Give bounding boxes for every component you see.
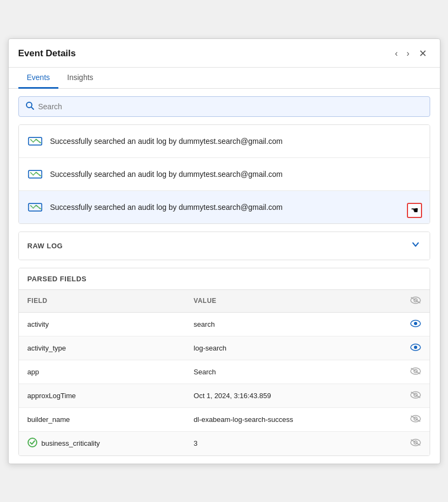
eye-cell[interactable]	[402, 384, 430, 407]
event-item[interactable]: Successfully searched an audit log by du…	[19, 125, 430, 158]
col-field: FIELD	[19, 290, 185, 313]
special-field-row: business_criticality	[28, 438, 177, 450]
raw-log-title: RAW LOG	[28, 242, 63, 250]
tab-bar: Events Insights	[9, 68, 440, 89]
header-nav: ‹ › ✕	[392, 47, 430, 67]
table-row: builder_name dl-exabeam-log-search-succe…	[19, 407, 430, 431]
svg-point-12	[414, 322, 417, 325]
eye-on-icon[interactable]	[410, 342, 421, 353]
panel-body: Successfully searched an audit log by du…	[9, 89, 440, 464]
tab-events[interactable]: Events	[18, 68, 59, 89]
event-text: Successfully searched an audit log by du…	[50, 137, 283, 146]
raw-log-section: RAW LOG	[18, 232, 430, 260]
table-row: activity_type log-search	[19, 336, 430, 360]
event-item[interactable]: Successfully searched an audit log by du…	[19, 158, 430, 191]
eye-on-icon[interactable]	[410, 319, 421, 329]
cursor-indicator: ☚	[407, 203, 422, 218]
next-button[interactable]: ›	[404, 48, 412, 60]
field-value: Search	[185, 360, 401, 384]
eye-cell[interactable]	[402, 312, 430, 336]
prev-button[interactable]: ‹	[392, 48, 400, 60]
field-name: approxLogTime	[19, 384, 185, 407]
field-value: Oct 1, 2024, 3:16:43.859	[185, 384, 401, 407]
field-value: search	[185, 312, 401, 336]
svg-point-24	[28, 438, 37, 447]
eye-cell[interactable]	[402, 360, 430, 384]
raw-log-header[interactable]: RAW LOG	[19, 232, 430, 260]
field-name-text: business_criticality	[42, 439, 100, 447]
eye-off-icon[interactable]	[410, 414, 421, 425]
fields-table: FIELD VALUE	[19, 290, 430, 455]
panel-title: Event Details	[18, 48, 76, 65]
search-bar[interactable]	[18, 96, 430, 117]
svg-line-1	[31, 107, 34, 109]
search-icon	[25, 101, 34, 112]
parsed-fields-title: PARSED FIELDS	[19, 268, 430, 290]
field-name: builder_name	[19, 407, 185, 431]
field-name: business_criticality	[19, 431, 185, 455]
search-input[interactable]	[38, 102, 423, 111]
field-name: activity	[19, 312, 185, 336]
close-button[interactable]: ✕	[416, 47, 430, 61]
event-details-panel: Event Details ‹ › ✕ Events Insights	[8, 38, 440, 464]
field-name: app	[19, 360, 185, 384]
cursor-hand-icon: ☚	[411, 205, 418, 215]
event-text: Successfully searched an audit log by du…	[50, 170, 283, 179]
parsed-fields-section: PARSED FIELDS FIELD VALUE	[18, 268, 430, 456]
table-row: activity search	[19, 312, 430, 336]
eye-off-icon[interactable]	[410, 438, 421, 448]
chevron-down-icon	[410, 239, 421, 253]
event-icon	[26, 199, 44, 216]
col-eye	[402, 290, 430, 313]
eye-off-icon[interactable]	[410, 366, 421, 377]
tab-insights[interactable]: Insights	[58, 68, 102, 89]
field-value: 3	[185, 431, 401, 455]
table-row: business_criticality 3	[19, 431, 430, 455]
table-row: approxLogTime Oct 1, 2024, 3:16:43.859	[19, 384, 430, 407]
field-value: dl-exabeam-log-search-success	[185, 407, 401, 431]
business-criticality-icon	[28, 438, 37, 450]
field-value: log-search	[185, 336, 401, 360]
eye-header-icon[interactable]	[410, 295, 421, 306]
eye-cell[interactable]	[402, 431, 430, 455]
event-list: Successfully searched an audit log by du…	[18, 124, 430, 224]
eye-cell[interactable]	[402, 407, 430, 431]
svg-point-14	[414, 346, 417, 349]
panel-header: Event Details ‹ › ✕	[9, 39, 440, 68]
event-icon	[26, 166, 44, 183]
col-value: VALUE	[185, 290, 401, 313]
eye-off-icon[interactable]	[410, 390, 421, 401]
field-name: activity_type	[19, 336, 185, 360]
table-row: app Search	[19, 360, 430, 384]
event-item-selected[interactable]: Successfully searched an audit log by du…	[19, 191, 430, 223]
event-icon	[26, 133, 44, 150]
event-text: Successfully searched an audit log by du…	[50, 203, 283, 212]
eye-cell[interactable]	[402, 336, 430, 360]
